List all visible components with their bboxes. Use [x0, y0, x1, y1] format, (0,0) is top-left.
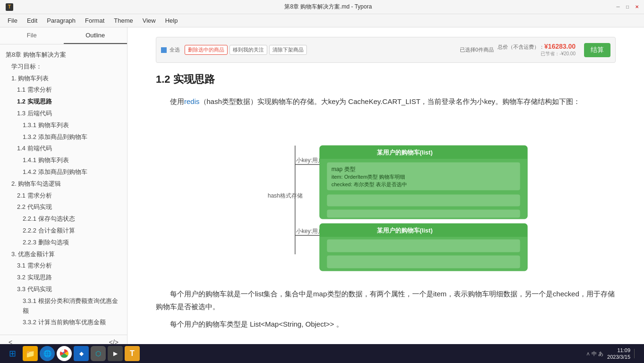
outline-item[interactable]: 1.4 前端代码	[4, 143, 123, 155]
svg-rect-12	[327, 239, 520, 252]
diagram-area: hash格式存储 小key:用户名 小key:用户名	[156, 117, 616, 278]
close-button[interactable]: ✕	[634, 4, 640, 10]
taskbar: ⊞ 📁 🌐 ◆ ⬡ ▶ T ∧ 中 あ 11:092023/3/15	[0, 344, 644, 363]
outline-item[interactable]: 1.2 实现思路	[4, 96, 123, 108]
outline-item[interactable]: 3.1 需求分析	[4, 260, 123, 272]
minimize-button[interactable]: ─	[615, 4, 621, 10]
outline-item[interactable]: 3.2 实现思路	[4, 272, 123, 284]
maximize-button[interactable]: □	[624, 4, 631, 10]
chrome-icon[interactable]	[57, 346, 72, 361]
svg-rect-13	[327, 255, 520, 268]
sidebar-tabs: File Outline	[0, 27, 127, 44]
menu-view[interactable]: View	[138, 15, 161, 26]
user-cart-2-label: 某用户的购物车(list)	[377, 227, 432, 234]
heading-text: 1.2 实现思路	[156, 73, 215, 85]
outline-item[interactable]: 1.3 后端代码	[4, 108, 123, 120]
clock: 11:092023/3/15	[607, 347, 630, 361]
tab-outline[interactable]: Outline	[64, 27, 127, 44]
outline-item[interactable]: 2. 购物车勾选逻辑	[4, 178, 123, 190]
file-explorer-icon[interactable]: 📁	[23, 346, 38, 361]
show-desktop[interactable]	[634, 349, 636, 358]
paragraph-2: 每个用户的购物车就是一个list集合，集合中是map类型的数据，有两个属性，一个…	[156, 287, 616, 313]
tab-file[interactable]: File	[0, 27, 64, 44]
paragraph-3: 每个用户的购物车类型是 List<Map<String, Object>> 。	[156, 318, 616, 330]
menu-paragraph[interactable]: Paragraph	[42, 15, 80, 26]
menu-bar: File Edit Paragraph Format Theme View He…	[0, 14, 644, 27]
selected-count: 已选择0件商品	[460, 46, 494, 53]
paragraph-1: 使用redis（hash类型数据）实现购物车的存储。大key为 CacheKey…	[156, 95, 616, 108]
outline-item[interactable]: 3.3.2 计算当前购物车优惠金额	[4, 317, 123, 328]
menu-help[interactable]: Help	[161, 15, 183, 26]
map-type: map 类型	[331, 166, 356, 173]
map-checked: checked: 布尔类型 表示是否选中	[331, 182, 407, 187]
app6-icon[interactable]: ▶	[108, 346, 123, 361]
delete-selected-btn[interactable]: 删除选中的商品	[185, 45, 228, 55]
hash-label: hash格式存储	[268, 192, 303, 199]
cart-screenshot: 全选 删除选中的商品 移到我的关注 清除下架商品 已选择0件商品 总价（不含运费…	[156, 37, 616, 63]
outline-item[interactable]: 2.2.2 合计金额计算	[4, 225, 123, 237]
savings-label: 已节省：-¥20.00	[541, 51, 576, 57]
select-all-label: 全选	[169, 46, 180, 53]
total-label: 总价（不含运费）：¥16283.00	[498, 43, 576, 51]
system-tray: ∧ 中 あ	[586, 350, 603, 357]
outline-item[interactable]: 3.3.1 根据分类和消费额查询优惠金额	[4, 295, 123, 317]
menu-format[interactable]: Format	[80, 15, 109, 26]
svg-rect-8	[327, 209, 520, 218]
menu-edit[interactable]: Edit	[22, 15, 42, 26]
outline-item[interactable]: 1. 购物车列表	[4, 73, 123, 85]
taskbar-right: ∧ 中 あ 11:092023/3/15	[586, 347, 640, 361]
title-bar: T 第8章 购物车解决方案.md - Typora ─ □ ✕	[0, 0, 644, 14]
content-area: 全选 删除选中的商品 移到我的关注 清除下架商品 已选择0件商品 总价（不含运费…	[127, 27, 644, 349]
delete-unselected-btn[interactable]: 清除下架商品	[269, 45, 307, 55]
outline-item[interactable]: 2.2.3 删除勾选项	[4, 237, 123, 249]
outline-item[interactable]: 1.3.1 购物车列表	[4, 120, 123, 131]
diagram-container: hash格式存储 小key:用户名 小key:用户名	[220, 117, 551, 278]
select-all-checkbox[interactable]	[161, 47, 167, 53]
map-item: item: OrderItem类型 购物车明细	[331, 174, 405, 180]
outline-item[interactable]: 1.1 需求分析	[4, 84, 123, 96]
outline-item[interactable]: 3.3 代码实现	[4, 284, 123, 295]
svg-rect-7	[327, 194, 520, 207]
app4-icon[interactable]: ◆	[74, 346, 89, 361]
user-cart-1-label: 某用户的购物车(list)	[377, 149, 432, 156]
outline-item[interactable]: 2.2.1 保存勾选状态	[4, 213, 123, 225]
outline-item[interactable]: 1.4.2 添加商品到购物车	[4, 166, 123, 178]
typora-icon[interactable]: T	[125, 346, 140, 361]
structure-diagram: hash格式存储 小key:用户名 小key:用户名	[220, 117, 551, 273]
app5-icon[interactable]: ⬡	[91, 346, 106, 361]
outline-item[interactable]: 1.3.2 添加商品到购物车	[4, 131, 123, 143]
menu-theme[interactable]: Theme	[109, 15, 137, 26]
outline-item[interactable]: 3. 优惠金额计算	[4, 249, 123, 260]
window-title: 第8章 购物车解决方案.md - Typora	[42, 3, 615, 11]
section-heading: 1.2 实现思路	[156, 72, 616, 86]
windows-start-button[interactable]: ⊞	[4, 345, 21, 362]
browser-icon[interactable]: 🌐	[40, 346, 55, 361]
main-layout: File Outline 第8章 购物车解决方案学习目标：1. 购物车列表1.1…	[0, 27, 644, 349]
outline-item[interactable]: 学习目标：	[4, 61, 123, 73]
outline-item[interactable]: 2.2 代码实现	[4, 201, 123, 213]
outline-item[interactable]: 第8章 购物车解决方案	[4, 49, 123, 61]
collect-btn[interactable]: 移到我的关注	[229, 45, 267, 55]
outline-item[interactable]: 1.4.1 购物车列表	[4, 155, 123, 166]
outline-content: 第8章 购物车解决方案学习目标：1. 购物车列表1.1 需求分析1.2 实现思路…	[0, 44, 127, 335]
redis-link[interactable]: redis	[184, 97, 200, 105]
outline-item[interactable]: 2.1 需求分析	[4, 190, 123, 202]
sidebar: File Outline 第8章 购物车解决方案学习目标：1. 购物车列表1.1…	[0, 27, 127, 349]
menu-file[interactable]: File	[3, 15, 22, 26]
checkout-button[interactable]: 结算	[584, 43, 610, 57]
